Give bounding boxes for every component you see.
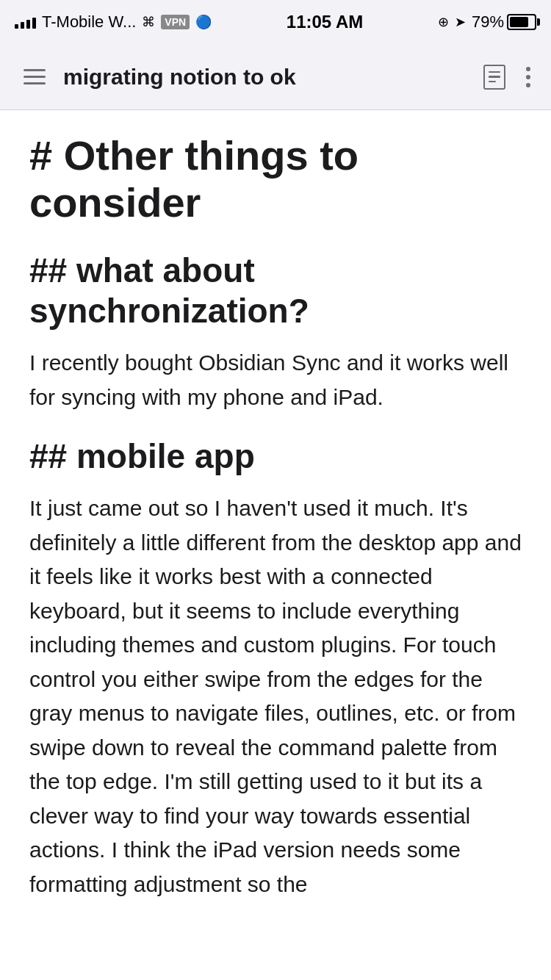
hamburger-line-2 xyxy=(24,76,46,78)
sync-body: I recently bought Obsidian Sync and it w… xyxy=(29,346,522,414)
lock-icon: ⊕ xyxy=(438,14,449,30)
main-heading: # Other things to consider xyxy=(29,132,522,227)
battery-fill xyxy=(510,17,528,27)
hamburger-line-1 xyxy=(24,69,46,71)
more-dot-2 xyxy=(526,75,530,79)
nav-icons xyxy=(480,62,533,93)
signal-bar-2 xyxy=(21,22,24,29)
signal-bar-4 xyxy=(32,18,36,29)
mobile-heading: ## mobile app xyxy=(29,436,522,477)
battery-icon xyxy=(507,14,536,30)
content-area: # Other things to consider ## what about… xyxy=(0,110,551,968)
battery-container: 79% xyxy=(472,12,536,32)
status-time: 11:05 AM xyxy=(287,12,363,32)
mobile-body: It just came out so I haven't used it mu… xyxy=(29,491,522,901)
signal-bar-1 xyxy=(15,24,18,29)
wifi-icon: ⌘ xyxy=(142,14,155,30)
sync-heading: ## what about synchronization? xyxy=(29,251,522,331)
avast-icon: 🔵 xyxy=(195,14,212,30)
location-arrow-icon: ➤ xyxy=(455,14,466,30)
doc-line-1 xyxy=(489,71,500,73)
more-dot-3 xyxy=(526,83,530,87)
nav-bar: migrating notion to ok xyxy=(0,44,551,110)
doc-line-2 xyxy=(489,76,500,78)
document-view-button[interactable] xyxy=(480,62,508,93)
document-icon xyxy=(483,65,505,90)
status-left: T-Mobile W... ⌘ VPN 🔵 xyxy=(15,12,212,32)
battery-percent: 79% xyxy=(472,12,504,32)
status-right: ⊕ ➤ 79% xyxy=(438,12,536,32)
doc-line-3 xyxy=(489,81,496,83)
vpn-badge: VPN xyxy=(161,15,190,29)
signal-bar-3 xyxy=(26,20,30,29)
more-options-icon xyxy=(526,67,530,87)
signal-bars-icon xyxy=(15,15,36,29)
hamburger-menu-button[interactable] xyxy=(18,63,51,90)
more-options-button[interactable] xyxy=(523,64,533,90)
carrier-label: T-Mobile W... xyxy=(42,12,136,32)
hamburger-line-3 xyxy=(24,82,46,84)
nav-title: migrating notion to ok xyxy=(63,65,480,90)
more-dot-1 xyxy=(526,67,530,71)
status-bar: T-Mobile W... ⌘ VPN 🔵 11:05 AM ⊕ ➤ 79% xyxy=(0,0,551,44)
